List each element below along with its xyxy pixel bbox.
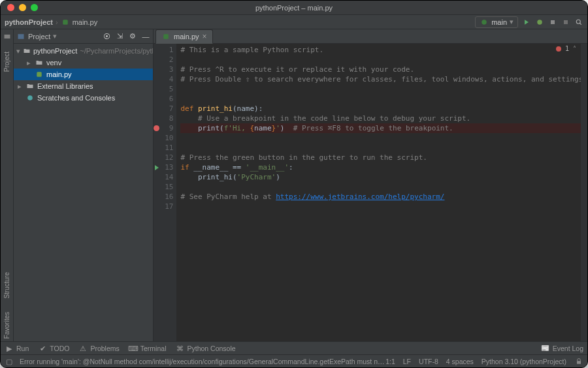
toolwin-icon: ⚠: [78, 344, 88, 353]
gear-icon[interactable]: ⚙: [128, 32, 137, 41]
chevron-right-icon: ›: [56, 18, 58, 26]
zoom-window-button[interactable]: [31, 4, 38, 11]
left-tool-strip: Project Structure Favorites: [1, 29, 14, 341]
file-encoding[interactable]: UTF-8: [419, 358, 438, 365]
chevron-down-icon[interactable]: ▾: [53, 32, 57, 40]
breadcrumb-project[interactable]: pythonProject: [5, 18, 53, 26]
titlebar: pythonProject – main.py: [1, 1, 587, 15]
stop-button[interactable]: [561, 18, 570, 27]
run-button[interactable]: [522, 18, 531, 27]
tree-item-icon: [25, 93, 35, 102]
project-view-icon: [16, 32, 25, 41]
error-count: 1: [565, 45, 569, 52]
svg-rect-5: [564, 20, 568, 24]
nav-toolbar: pythonProject › main.py main ▾: [1, 15, 587, 29]
svg-point-3: [537, 20, 542, 25]
hide-panel-icon[interactable]: —: [141, 32, 150, 41]
tree-item-path: ~/PycharmProjects/pythonProject: [80, 47, 153, 55]
error-indicator-icon: [556, 46, 561, 52]
select-opened-file-icon[interactable]: ⦿: [102, 32, 111, 41]
tree-item[interactable]: main.py: [14, 69, 153, 80]
favorites-tool-label[interactable]: Favorites: [3, 309, 10, 341]
run-with-coverage-button[interactable]: [548, 18, 557, 27]
minimize-window-button[interactable]: [19, 4, 26, 11]
toolwin-label: Problems: [90, 345, 119, 352]
project-tool-label[interactable]: Project: [3, 49, 10, 74]
svg-line-7: [580, 23, 581, 24]
project-view-label[interactable]: Project: [28, 33, 50, 40]
svg-point-1: [482, 20, 487, 25]
inspection-widget[interactable]: 1 ˄ ˅: [556, 45, 583, 52]
toolwin-label: TODO: [50, 345, 69, 352]
run-config-selector[interactable]: main ▾: [475, 16, 518, 28]
status-message[interactable]: Error running 'main': @NotNull method co…: [20, 358, 385, 365]
toolwin-label: Python Console: [187, 345, 235, 352]
breakpoint-icon[interactable]: [154, 125, 159, 131]
toolwin-icon: ⌘: [175, 344, 184, 353]
project-sidebar: Project ▾ ⦿ ⇲ ⚙ — ▾pythonProject ~/Pycha…: [14, 29, 154, 341]
run-gutter-icon[interactable]: [155, 165, 159, 170]
toolwin-button[interactable]: ⌘Python Console: [175, 344, 235, 353]
close-tab-icon[interactable]: ×: [203, 32, 207, 41]
tree-item[interactable]: ▾pythonProject ~/PycharmProjects/pythonP…: [14, 45, 153, 57]
project-tool-icon[interactable]: [3, 32, 12, 41]
editor-tabbar: main.py ×: [154, 29, 587, 44]
tree-item-label: Scratches and Consoles: [37, 94, 115, 102]
editor-tab-label: main.py: [174, 33, 199, 40]
editor-mark-gutter[interactable]: [154, 44, 159, 341]
svg-marker-2: [525, 20, 529, 25]
lock-icon[interactable]: [574, 357, 583, 366]
close-window-button[interactable]: [7, 4, 14, 11]
svg-rect-4: [551, 20, 555, 24]
editor-area: main.py × 1234567891011121314151617 # Th…: [154, 29, 587, 341]
toolwin-label: Terminal: [140, 345, 167, 352]
svg-rect-9: [18, 34, 24, 39]
project-tree[interactable]: ▾pythonProject ~/PycharmProjects/pythonP…: [14, 44, 153, 341]
code-editor[interactable]: 1234567891011121314151617 # This is a sa…: [154, 44, 587, 341]
svg-point-6: [576, 20, 580, 23]
tree-item[interactable]: Scratches and Consoles: [14, 92, 153, 104]
tree-item-icon: [35, 58, 44, 67]
search-everywhere-icon[interactable]: [574, 18, 583, 27]
svg-rect-12: [163, 34, 169, 39]
toolwin-button[interactable]: ✔TODO: [38, 344, 69, 353]
toolwin-icon: ✔: [38, 344, 47, 353]
breadcrumb-file[interactable]: main.py: [73, 18, 98, 26]
editor-scroll-map[interactable]: [581, 44, 587, 341]
line-ending[interactable]: LF: [403, 358, 411, 365]
tree-item-label: main.py: [46, 70, 72, 78]
python-file-icon: [161, 32, 171, 41]
caret-position[interactable]: 1:1: [385, 358, 395, 365]
status-bar: ▢ Error running 'main': @NotNull method …: [1, 354, 587, 367]
event-log-icon: 📰: [541, 344, 550, 353]
svg-rect-10: [37, 72, 42, 77]
editor-tab[interactable]: main.py ×: [155, 29, 213, 44]
tree-item-label: venv: [46, 59, 61, 67]
code-content[interactable]: # This is a sample Python script. # Pres…: [176, 44, 587, 341]
event-log-label: Event Log: [553, 345, 583, 352]
toolwin-button[interactable]: ▶Run: [5, 344, 29, 353]
sidebar-header: Project ▾ ⦿ ⇲ ⚙ —: [14, 29, 153, 44]
tool-window-bar: ▶Run✔TODO⚠Problems⌨Terminal⌘Python Conso…: [1, 341, 587, 354]
interpreter[interactable]: Python 3.10 (pythonProject): [482, 358, 566, 365]
structure-tool-label[interactable]: Structure: [3, 269, 10, 301]
main-split: Project Structure Favorites Project ▾ ⦿ …: [1, 29, 587, 341]
status-bar-toggle-icon[interactable]: ▢: [5, 357, 14, 366]
expand-all-icon[interactable]: ⇲: [115, 32, 124, 41]
tree-item-icon: [25, 82, 35, 91]
toolwin-button[interactable]: ⚠Problems: [78, 344, 119, 353]
event-log-button[interactable]: 📰 Event Log: [541, 344, 583, 353]
debug-button[interactable]: [535, 18, 544, 27]
ide-window: pythonProject – main.py pythonProject › …: [0, 0, 588, 368]
tree-item[interactable]: ▸External Libraries: [14, 80, 153, 92]
toolwin-label: Run: [16, 345, 29, 352]
toolwin-icon: ⌨: [129, 344, 138, 353]
toolwin-button[interactable]: ⌨Terminal: [129, 344, 167, 353]
svg-point-11: [27, 95, 33, 100]
tree-item-label: External Libraries: [37, 82, 93, 90]
tree-item[interactable]: ▸venv: [14, 57, 153, 69]
chevron-up-icon[interactable]: ˄: [573, 45, 576, 52]
toolwin-icon: ▶: [5, 344, 14, 353]
editor-line-gutter[interactable]: 1234567891011121314151617: [159, 44, 176, 341]
indent-settings[interactable]: 4 spaces: [446, 358, 474, 365]
